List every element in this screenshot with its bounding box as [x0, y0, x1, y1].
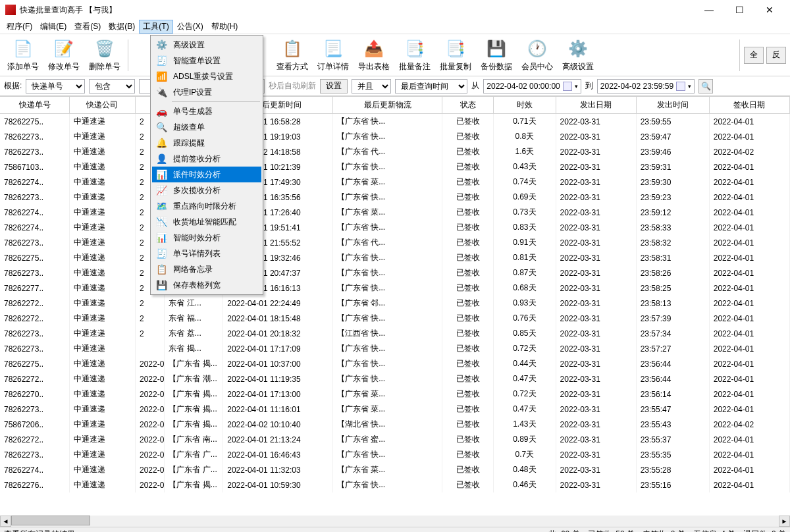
horizontal-scrollbar[interactable]: ◄ ► [0, 516, 790, 527]
delete-order-button[interactable]: 🗑️删除单号 [86, 36, 124, 74]
settings-button[interactable]: 设置 [320, 79, 348, 93]
date-to[interactable]: 2022-04-02 23:59:59▾ [597, 79, 695, 93]
table-row[interactable]: 78262276..中通速递2022-03-31 23:55:16【广东省 揭.… [0, 477, 790, 492]
table-row[interactable]: 75867103..中通速递2东省 汕...2022-04-01 10:21:3… [0, 159, 790, 174]
table-row[interactable]: 78262272..中通速递2022-03-31 23:56:44【广东省 潮.… [0, 371, 790, 386]
dropdown-item-10[interactable]: 🗺️重点路向时限分析 [152, 198, 261, 214]
maximize-button[interactable]: ☐ [724, 0, 754, 20]
filter-op-select[interactable]: 包含 [89, 79, 135, 93]
toolbar: 📄添加单号📝修改单号🗑️删除单号📋查看方式📃订单详情📤导出表格📑批量备注📑批量复… [0, 34, 790, 76]
select-all-button[interactable]: 全 [744, 47, 764, 64]
dropdown-icon-13: 🧾 [155, 248, 168, 259]
batch-remark-button[interactable]: 📑批量备注 [396, 36, 434, 74]
table-row[interactable]: 78262272..中通速递2东省 江...2022-04-01 22:24:4… [0, 296, 790, 311]
dropdown-item-9[interactable]: 📈多次揽收分析 [152, 182, 261, 198]
dropdown-item-14[interactable]: 📋网络备忘录 [152, 261, 261, 277]
from-label: 从 [471, 80, 479, 92]
scroll-right-arrow[interactable]: ► [779, 516, 790, 527]
table-row[interactable]: 78262273..中通速递2东省 荔...2022-04-01 20:18:3… [0, 326, 790, 341]
dropdown-item-7[interactable]: 👤提前签收分析 [152, 151, 261, 167]
invert-button[interactable]: 反 [766, 47, 786, 64]
table-row[interactable]: 78262270..中通速递2022-03-31 23:56:14【广东省 揭.… [0, 386, 790, 402]
dropdown-icon-11: 📉 [155, 216, 168, 228]
table-row[interactable]: 78262274..中通速递2东省 罗...2022-04-01 19:51:4… [0, 220, 790, 235]
col-header-8[interactable]: 发出日期 [556, 97, 636, 114]
table-row[interactable]: 78262274..中通速递2东省 荔...2022-04-01 17:26:4… [0, 205, 790, 220]
table-row[interactable]: 78262273..中通速递2东省 广...2022-04-02 14:18:5… [0, 144, 790, 159]
backup-data-button[interactable]: 💾备份数据 [477, 36, 515, 74]
dropdown-item-5[interactable]: 🔍超级查单 [152, 119, 261, 135]
table-row[interactable]: 78262273..中通速递2022-03-31 23:55:35【广东省 广.… [0, 447, 790, 462]
scroll-left-arrow[interactable]: ◄ [0, 516, 11, 527]
col-header-7[interactable]: 时效 [494, 97, 556, 114]
table-row[interactable]: 78262273..中通速递2东省 普...2022-04-01 19:19:0… [0, 129, 790, 144]
dropdown-icon-1: 🧾 [155, 55, 168, 66]
search-button[interactable]: 🔍 [698, 79, 713, 93]
export-table-button[interactable]: 📤导出表格 [355, 36, 393, 74]
dropdown-item-1[interactable]: 🧾智能查单设置 [152, 53, 261, 68]
table-row[interactable]: 78262272..中通速递2东省 福...2022-04-01 18:15:4… [0, 311, 790, 326]
table-row[interactable]: 78262273..中通速递2东省 普...2022-04-01 16:35:5… [0, 190, 790, 205]
logic-select[interactable]: 并且 [352, 79, 391, 93]
table-row[interactable]: 78262273..中通速递2东省 广...2022-04-01 20:47:3… [0, 265, 790, 280]
col-header-0[interactable]: 快递单号 [0, 97, 70, 114]
table-row[interactable]: 78262273..中通速递2022-03-31 23:55:47【广东省 揭.… [0, 402, 790, 417]
dropdown-icon-12: 📊 [155, 232, 168, 244]
table-row[interactable]: 78262275..中通速递2东省 广...2022-04-01 19:32:4… [0, 250, 790, 265]
filter-field-select[interactable]: 快递单号 [26, 79, 85, 93]
table-row[interactable]: 78262274..中通速递2022-03-31 23:55:28【广东省 广.… [0, 462, 790, 477]
dropdown-icon-0: ⚙️ [155, 39, 168, 51]
member-center-button[interactable]: 🕐会员中心 [518, 36, 556, 74]
menu-2[interactable]: 查看(S) [70, 20, 105, 34]
batch-copy-icon: 📑 [445, 38, 466, 59]
batch-remark-icon: 📑 [404, 38, 425, 59]
dropdown-item-8[interactable]: 📊派件时效分析 [152, 167, 261, 182]
col-header-1[interactable]: 快递公司 [70, 97, 136, 114]
minimize-button[interactable]: — [694, 0, 724, 20]
menu-3[interactable]: 数据(B) [105, 20, 139, 34]
menu-1[interactable]: 编辑(E) [36, 20, 70, 34]
member-center-icon: 🕐 [527, 38, 548, 59]
time-field-select[interactable]: 最后查询时间 [395, 79, 467, 93]
table-row[interactable]: 78262275..中通速递2022-03-31 23:56:44【广东省 揭.… [0, 356, 790, 371]
table-row[interactable]: 78262275..中通速递2东省 普...2022-04-01 16:58:2… [0, 114, 790, 130]
edit-order-button[interactable]: 📝修改单号 [45, 36, 83, 74]
menu-6[interactable]: 帮助(H) [207, 20, 242, 34]
dropdown-item-13[interactable]: 🧾单号详情列表 [152, 246, 261, 261]
scroll-thumb[interactable] [11, 516, 90, 525]
dropdown-item-3[interactable]: 🔌代理IP设置 [152, 84, 261, 100]
dropdown-item-0[interactable]: ⚙️高级设置 [152, 37, 261, 53]
menu-4[interactable]: 工具(T) [139, 20, 172, 34]
view-mode-button[interactable]: 📋查看方式 [273, 36, 311, 74]
data-grid[interactable]: 快递单号快递公司物流信息最后更新时间最后更新物流状态时效发出日期发出时间签收日期… [0, 97, 790, 492]
col-header-5[interactable]: 最后更新物流 [332, 97, 442, 114]
order-detail-button[interactable]: 📃订单详情 [314, 36, 352, 74]
table-row[interactable]: 75867206..中通速递2022-03-31 23:55:43【广东省 揭.… [0, 417, 790, 432]
edit-order-icon: 📝 [53, 38, 74, 59]
dropdown-item-4[interactable]: 🚗单号生成器 [152, 103, 261, 119]
dropdown-icon-6: 🔔 [155, 137, 168, 149]
col-header-10[interactable]: 签收日期 [709, 97, 789, 114]
menu-0[interactable]: 程序(F) [3, 20, 36, 34]
add-order-button[interactable]: 📄添加单号 [4, 36, 42, 74]
dropdown-icon-10: 🗺️ [155, 200, 168, 212]
menu-5[interactable]: 公告(X) [173, 20, 207, 34]
dropdown-item-2[interactable]: 📶ADSL重拨号设置 [152, 68, 261, 84]
table-row[interactable]: 78262273..中通速递2东省 广...2022-04-01 21:55:5… [0, 235, 790, 250]
dropdown-item-11[interactable]: 📉收货地址智能匹配 [152, 214, 261, 230]
table-row[interactable]: 78262277..中通速递2东省 广...2022-04-01 16:16:1… [0, 280, 790, 296]
tools-dropdown-menu: ⚙️高级设置🧾智能查单设置📶ADSL重拨号设置🔌代理IP设置🚗单号生成器🔍超级查… [150, 35, 263, 295]
dropdown-item-12[interactable]: 📊智能时效分析 [152, 230, 261, 246]
col-header-6[interactable]: 状态 [442, 97, 494, 114]
adv-settings-button[interactable]: ⚙️高级设置 [559, 36, 597, 74]
col-header-9[interactable]: 发出时间 [636, 97, 709, 114]
table-row[interactable]: 78262273..中通速递东省 揭...2022-04-01 17:17:09… [0, 341, 790, 356]
dropdown-item-15[interactable]: 💾保存表格列宽 [152, 277, 261, 293]
close-button[interactable]: ✕ [754, 0, 785, 20]
batch-copy-button[interactable]: 📑批量复制 [436, 36, 475, 74]
titlebar: 快递批量查询高手 【与我】 — ☐ ✕ [0, 0, 790, 20]
date-from[interactable]: 2022-04-02 00:00:00▾ [483, 79, 581, 93]
dropdown-item-6[interactable]: 🔔跟踪提醒 [152, 135, 261, 151]
table-row[interactable]: 78262274..中通速递2东省 汕...2022-04-01 17:49:3… [0, 174, 790, 190]
table-row[interactable]: 78262272..中通速递2022-03-31 23:55:37【广东省 南.… [0, 432, 790, 447]
